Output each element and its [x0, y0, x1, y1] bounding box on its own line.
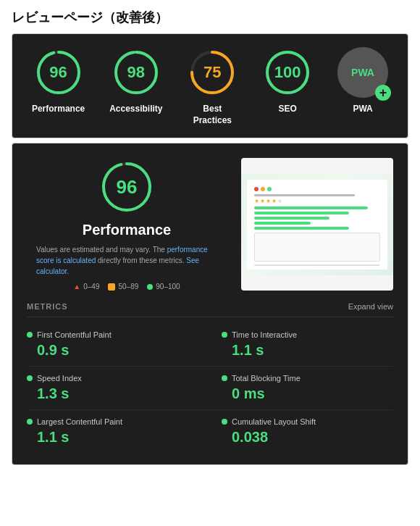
metric-item-tti: Time to Interactive 1.1 s [210, 323, 393, 367]
metric-cls-name-row: Cumulative Layout Shift [222, 417, 393, 426]
metric-lcp-name: Largest Contentful Paint [37, 417, 122, 426]
metric-tti-name: Time to Interactive [232, 330, 297, 339]
perf-title: Performance [83, 222, 171, 238]
metrics-grid: First Contentful Paint 0.9 s Time to Int… [27, 323, 393, 453]
performance-circle: 96 [33, 47, 84, 98]
pwa-label: PWA [353, 104, 372, 115]
metric-lcp-value: 1.1 s [27, 429, 198, 446]
metric-si-name-row: Speed Index [27, 374, 198, 383]
screenshot-inner: ★★★★★ [250, 183, 385, 267]
accessibility-label: Accessibility [109, 104, 162, 115]
metric-si-name: Speed Index [37, 374, 82, 383]
legend-green-label: 90–100 [156, 283, 180, 291]
performance-detail-panel: 96 Performance Values are estimated and … [12, 143, 408, 465]
score-item-accessibility: 98 Accessibility [109, 47, 162, 115]
metric-tti-name-row: Time to Interactive [222, 330, 393, 339]
metric-fcp-name-row: First Contentful Paint [27, 330, 198, 339]
legend-red-label: 0–49 [83, 283, 99, 291]
legend-orange-label: 50–89 [118, 283, 138, 291]
legend-red: ▲ 0–49 [73, 283, 99, 291]
screenshot-panel: ★★★★★ [241, 158, 393, 291]
top-scores-panel: 96 Performance 98 Accessibility 75 BestP… [12, 33, 408, 138]
perf-left-section: 96 Performance Values are estimated and … [27, 158, 227, 291]
seo-label: SEO [279, 104, 297, 115]
metric-fcp-value: 0.9 s [27, 342, 198, 359]
metrics-section: METRICS Expand view First Contentful Pai… [27, 302, 393, 453]
perf-description: Values are estimated and may vary. The p… [36, 244, 217, 277]
metric-tbt-name-row: Total Blocking Time [222, 374, 393, 383]
perf-big-circle: 96 [98, 158, 156, 216]
metric-item-tbt: Total Blocking Time 0 ms [210, 367, 393, 410]
metric-item-si: Speed Index 1.3 s [27, 367, 210, 410]
metric-cls-name: Cumulative Layout Shift [232, 417, 316, 426]
best-practices-score: 75 [203, 63, 221, 82]
legend-row: ▲ 0–49 50–89 90–100 [73, 283, 180, 291]
metric-tbt-dot [222, 375, 227, 381]
metrics-label: METRICS [27, 302, 68, 311]
perf-header-section: 96 Performance Values are estimated and … [27, 158, 393, 291]
score-item-performance: 96 Performance [32, 47, 85, 115]
seo-score: 100 [274, 63, 301, 82]
metric-fcp-name: First Contentful Paint [37, 330, 112, 339]
green-circle-icon [147, 284, 153, 290]
expand-view-link[interactable]: Expand view [348, 302, 393, 311]
score-item-pwa: PWA + PWA [337, 47, 388, 115]
metric-lcp-dot [27, 419, 33, 425]
red-triangle-icon: ▲ [73, 283, 80, 291]
score-item-seo: 100 SEO [262, 47, 313, 115]
pwa-text: PWA [351, 67, 374, 78]
performance-score: 96 [49, 63, 67, 82]
legend-green: 90–100 [147, 283, 180, 291]
metric-tti-value: 1.1 s [222, 342, 393, 359]
metric-si-dot [27, 375, 33, 381]
metrics-header: METRICS Expand view [27, 302, 393, 317]
performance-label: Performance [32, 104, 85, 115]
accessibility-score: 98 [127, 63, 145, 82]
metric-tbt-value: 0 ms [222, 385, 393, 402]
metric-lcp-name-row: Largest Contentful Paint [27, 417, 198, 426]
metric-cls-dot [222, 419, 227, 425]
metric-cls-value: 0.038 [222, 429, 393, 446]
best-practices-label: BestPractices [193, 104, 232, 126]
metric-tbt-name: Total Blocking Time [232, 374, 301, 383]
accessibility-circle: 98 [111, 47, 161, 98]
legend-orange: 50–89 [108, 283, 138, 291]
pwa-plus-badge: + [375, 85, 391, 101]
best-practices-circle: 75 [187, 47, 238, 98]
perf-score-link[interactable]: performance score is calculated [36, 246, 208, 264]
metric-tti-dot [222, 332, 227, 338]
orange-square-icon [108, 283, 115, 291]
metric-item-cls: Cumulative Layout Shift 0.038 [210, 410, 393, 453]
metric-si-value: 1.3 s [27, 385, 198, 402]
seo-circle: 100 [262, 47, 313, 98]
screenshot-placeholder: ★★★★★ [241, 174, 393, 275]
perf-big-score: 96 [117, 176, 138, 199]
metric-item-lcp: Largest Contentful Paint 1.1 s [27, 410, 210, 453]
metric-fcp-dot [27, 332, 33, 338]
score-item-best-practices: 75 BestPractices [187, 47, 238, 126]
pwa-circle: PWA + [337, 47, 388, 98]
metric-item-fcp: First Contentful Paint 0.9 s [27, 323, 210, 367]
page-title: レビューページ（改善後） [12, 9, 408, 26]
